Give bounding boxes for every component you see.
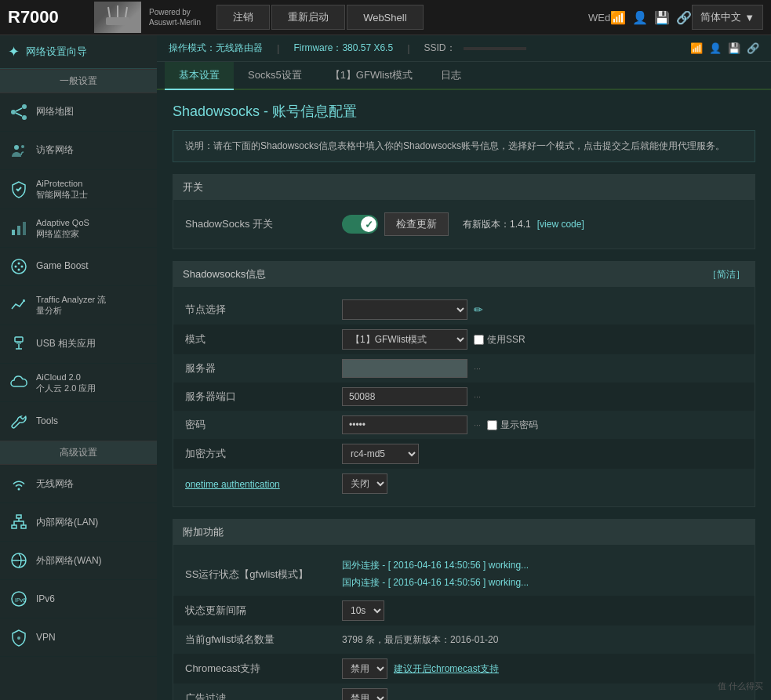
chromecast-suggest-link[interactable]: 建议开启chromecast支持	[394, 662, 499, 676]
user-topbar-icon: 👤	[709, 42, 722, 54]
sidebar-item-network-map[interactable]: 网络地图	[0, 93, 157, 132]
sidebar-item-game-boost[interactable]: Game Boost	[0, 248, 157, 286]
switch-section: 开关 ShadowSocks 开关 ✓ 检查更新 有新版本：1.4.1	[173, 174, 755, 249]
sidebar-item-vpn[interactable]: VPN	[0, 618, 157, 657]
mode-row: 模式 【1】GFWlist模式 使用SSR	[173, 325, 755, 354]
powered-by: Powered by Asuswrt-Merlin	[149, 7, 201, 27]
update-interval-row: 状态更新间隔 10s 30s 60s	[173, 596, 755, 626]
compact-link[interactable]: ［简洁］	[707, 268, 745, 281]
router-image	[94, 2, 141, 33]
lang-button[interactable]: 简体中文 ▼	[692, 5, 763, 30]
sidebar-item-aicloud[interactable]: AiCloud 2.0个人云 2.0 应用	[0, 364, 157, 403]
switch-section-header: 开关	[173, 175, 755, 200]
sidebar-item-aiprotection[interactable]: AiProtection智能网络卫士	[0, 170, 157, 209]
aiprotection-label: AiProtection智能网络卫士	[36, 178, 88, 201]
gfwlist-count-label: 当前gfwlist域名数量	[185, 633, 342, 647]
encrypt-row: 加密方式 rc4-md5 aes-256-cfb chacha20	[173, 439, 755, 469]
aicloud-label: AiCloud 2.0个人云 2.0 应用	[36, 372, 96, 394]
shadowsocks-switch-label: ShadowSocks 开关	[185, 217, 342, 231]
extra-section-title: 附加功能	[183, 525, 224, 539]
sidebar-item-adaptive-qos[interactable]: Adaptive QoS网络监控家	[0, 209, 157, 248]
svg-point-4	[11, 110, 16, 114]
update-interval-label: 状态更新间隔	[185, 604, 342, 618]
shadowsocks-switch-control: ✓ 检查更新 有新版本：1.4.1 [view code]	[342, 212, 743, 236]
svg-point-5	[22, 104, 27, 109]
mode-select[interactable]: 【1】GFWlist模式	[342, 329, 467, 350]
logout-button[interactable]: 注销	[216, 5, 270, 30]
svg-rect-11	[12, 230, 15, 235]
ss-section-title: Shadowsocks信息	[183, 267, 266, 281]
logo: R7000	[8, 7, 86, 27]
password-row: 密码 ··· 显示密码	[173, 411, 755, 439]
ss-status-control: 国外连接 - [ 2016-04-16 14:50:56 ] working..…	[342, 557, 743, 591]
onetime-link[interactable]: onetime authentication	[185, 479, 280, 490]
svg-point-17	[18, 263, 20, 265]
aicloud-icon	[8, 372, 30, 394]
header-icons: 📶 👤 💾 🔗	[610, 10, 692, 25]
encrypt-select[interactable]: rc4-md5 aes-256-cfb chacha20	[342, 444, 419, 464]
view-code-link[interactable]: [view code]	[537, 219, 584, 230]
lan-label: 内部网络(LAN)	[36, 517, 98, 529]
svg-line-3	[125, 7, 127, 17]
setup-icon: ✦	[8, 43, 20, 60]
svg-point-9	[14, 145, 19, 150]
ssr-checkbox-label[interactable]: 使用SSR	[474, 333, 526, 346]
svg-line-8	[16, 113, 22, 116]
tab-log[interactable]: 日志	[427, 62, 475, 90]
svg-rect-12	[17, 226, 20, 235]
svg-rect-19	[15, 337, 23, 342]
password-label: 密码	[185, 418, 342, 432]
adaptive-qos-label: Adaptive QoS网络监控家	[36, 217, 89, 240]
usb-topbar-icon: 💾	[728, 42, 740, 54]
sidebar-item-lan[interactable]: 内部网络(LAN)	[0, 503, 157, 542]
svg-point-18	[18, 269, 20, 271]
node-edit-icon[interactable]: ✏	[474, 303, 483, 316]
node-select[interactable]	[342, 299, 467, 320]
onetime-select[interactable]: 关闭 开启	[342, 473, 387, 494]
network-setup-label: 网络设置向导	[26, 45, 87, 59]
sidebar-item-network-setup[interactable]: ✦ 网络设置向导	[0, 35, 157, 69]
page-title: Shadowsocks - 账号信息配置	[173, 102, 755, 121]
check-update-button[interactable]: 检查更新	[384, 212, 449, 236]
switch-section-body: ShadowSocks 开关 ✓ 检查更新 有新版本：1.4.1 [view c…	[173, 200, 755, 248]
webshell-button[interactable]: WebShell	[347, 5, 423, 30]
adfilter-select[interactable]: 禁用 启用	[342, 688, 387, 700]
ss-section-header: Shadowsocks信息 ［简洁］	[173, 262, 755, 287]
vpn-icon	[8, 626, 30, 648]
shadowsocks-toggle[interactable]: ✓	[342, 215, 378, 234]
show-password-label[interactable]: 显示密码	[487, 419, 538, 432]
sidebar-item-traffic-analyzer[interactable]: Traffic Analyzer 流量分析	[0, 286, 157, 325]
svg-line-1	[108, 7, 110, 17]
lan-icon	[8, 511, 30, 533]
usb-apps-label: USB 相关应用	[36, 338, 96, 350]
wifi-status-icon: 📶	[610, 10, 626, 25]
tab-socks5[interactable]: Socks5设置	[234, 62, 316, 90]
ssr-checkbox[interactable]	[474, 335, 484, 345]
svg-rect-13	[23, 222, 26, 235]
svg-point-10	[21, 145, 24, 148]
tab-basic[interactable]: 基本设置	[165, 62, 234, 90]
info-box: 说明：请在下面的Shadowsocks信息表格中填入你的Shadowsocks账…	[173, 130, 755, 162]
aiprotection-icon	[8, 178, 30, 200]
reboot-button[interactable]: 重新启动	[271, 5, 345, 30]
update-interval-control: 10s 30s 60s	[342, 600, 743, 621]
sidebar-item-guest-network[interactable]: 访客网络	[0, 132, 157, 170]
tab-gfwlist[interactable]: 【1】GFWlist模式	[316, 62, 427, 90]
sidebar-item-tools[interactable]: Tools	[0, 402, 157, 441]
password-input[interactable]	[342, 415, 467, 434]
mode-label: 模式	[185, 332, 342, 346]
port-row: 服务器端口 ···	[173, 383, 755, 411]
ss-status-line2: 国内连接 - [ 2016-04-16 14:50:56 ] working..…	[342, 575, 529, 592]
server-input[interactable]	[342, 359, 467, 378]
update-interval-select[interactable]: 10s 30s 60s	[342, 600, 384, 621]
port-input[interactable]	[342, 387, 467, 406]
guest-network-label: 访客网络	[36, 144, 74, 157]
chromecast-select[interactable]: 禁用 启用	[342, 658, 387, 679]
show-password-checkbox[interactable]	[487, 420, 497, 430]
sidebar-item-ipv6[interactable]: IPv6 IPv6	[0, 580, 157, 618]
share-icon: 🔗	[676, 10, 692, 25]
adfilter-row: 广告过滤 禁用 启用	[173, 684, 755, 700]
sidebar-item-wireless[interactable]: 无线网络	[0, 465, 157, 503]
sidebar-item-wan[interactable]: 外部网络(WAN)	[0, 542, 157, 580]
sidebar-item-usb-apps[interactable]: USB 相关应用	[0, 325, 157, 364]
